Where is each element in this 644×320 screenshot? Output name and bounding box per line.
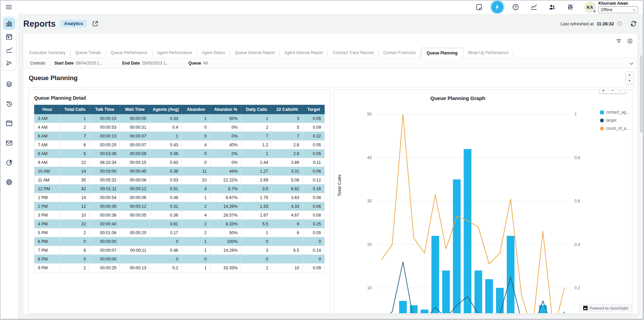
legend-marker (600, 110, 604, 114)
table-cell: 3 (241, 246, 272, 255)
column-header-total-calls[interactable]: Total Calls (60, 105, 90, 114)
table-cell: 4.33 (272, 202, 303, 211)
section-title: Queue Planning (29, 74, 78, 82)
sidebar-item-settings[interactable] (4, 177, 14, 187)
table-cell: 5 (60, 149, 90, 158)
table-row: 3 PM1000:00:3600:00:050.36428.57%1.674.6… (34, 211, 325, 220)
tab-wrap-up-performance[interactable]: Wrap-Up Performance (463, 50, 514, 58)
sidebar-item-pie-chart[interactable] (4, 158, 14, 167)
table-cell: 1 (60, 114, 90, 123)
users-icon[interactable] (546, 1, 558, 13)
column-header-22-calls-hr[interactable]: 22 Calls/Hr (272, 105, 303, 114)
status-select[interactable]: Offline (598, 6, 638, 13)
table-cell: 0.2 (150, 264, 181, 272)
main-content: Reports Analytics Last refreshed at 11:2… (18, 14, 643, 319)
table-cell: 00:00:39 (90, 202, 120, 211)
table-cell: 100% (210, 237, 241, 246)
table-cell: 00:00:54 (90, 193, 120, 202)
filter-icon[interactable] (616, 38, 622, 44)
table-row: 11 AM3500:05:3200:00:060.531022.22%2.695… (34, 176, 325, 184)
legend-item-contact-ag-[interactable]: contact_ag... (600, 109, 629, 115)
control-value: 09/04/2023 1... (76, 61, 103, 66)
scrollbar-track[interactable] (640, 54, 643, 318)
help-icon[interactable]: ? (510, 1, 522, 13)
stepper-down-icon[interactable]: ▼ (626, 78, 633, 84)
table-cell: 11 AM (34, 176, 60, 184)
table-cell: 0.09 (303, 123, 325, 132)
sidebar-item-layers[interactable] (4, 79, 14, 89)
metrics-icon[interactable] (528, 1, 540, 13)
column-header-abandon-[interactable]: Abandon % (210, 105, 241, 114)
column-header-agents-avg-[interactable]: Agents (Avg) (150, 105, 181, 114)
table-cell: 10 (182, 176, 210, 184)
powered-by-text: Powered by QuickSight (590, 306, 628, 310)
tab-executive-summary[interactable]: Executive Summary (25, 50, 71, 58)
column-header-hour[interactable]: Hour (34, 105, 60, 114)
sidebar-item-calendar[interactable] (3, 31, 15, 43)
column-header-talk-time[interactable]: Talk Time (90, 105, 120, 114)
sliders-icon[interactable] (564, 1, 576, 13)
card-actions (616, 38, 633, 44)
tab-contract-trace-record[interactable]: Contract Trace Record (328, 50, 378, 58)
table-cell: 1 (241, 149, 272, 158)
quicksight-logo-icon (583, 306, 588, 310)
legend-marker (600, 119, 604, 122)
control-end-date[interactable]: End Date29/05/2023 1... (122, 61, 169, 66)
external-link-icon[interactable] (92, 20, 99, 27)
table-cell: 0 (182, 123, 210, 132)
info-icon[interactable] (617, 21, 622, 26)
table-cell: 3 (272, 114, 303, 123)
sidebar-item-mail[interactable] (4, 138, 14, 148)
avatar[interactable]: KA (584, 1, 596, 13)
dashboard-card: Executive SummaryQueue TrendsQueue Perfo… (23, 33, 638, 314)
table-cell: 00:00:00 (90, 255, 120, 264)
table-cell: 7 PM (34, 246, 60, 255)
table-cell: 0 (150, 255, 181, 264)
filter-icon[interactable] (610, 90, 615, 92)
scrollbar-thumb[interactable] (640, 55, 642, 133)
export-download-icon[interactable] (627, 38, 633, 44)
notes-icon[interactable] (473, 1, 485, 13)
tab-contact-forensics[interactable]: Contact Forensics (378, 50, 421, 58)
table-cell: 2.8 (272, 141, 303, 149)
tab-agent-performance[interactable]: Agent Performance (152, 50, 197, 58)
tab-agent-status[interactable]: Agent Status (197, 50, 230, 58)
tab-queue-trends[interactable]: Queue Trends (71, 50, 106, 58)
tab-queue-interval-report[interactable]: Queue Interval Report (230, 50, 280, 58)
table-cell: 0 (182, 149, 210, 158)
column-header-abandon[interactable]: Abandon (182, 105, 210, 114)
table-cell: 1 (182, 193, 210, 202)
control-start-date[interactable]: Start Date09/04/2023 1... (54, 61, 103, 66)
table-cell: 1 PM (34, 193, 60, 202)
hamburger-menu-icon[interactable] (4, 3, 13, 11)
controls-collapse-chevron-icon[interactable] (629, 61, 634, 66)
refresh-icon[interactable] (630, 20, 637, 27)
tab-queue-planning[interactable]: Queue Planning (421, 48, 463, 58)
expand-icon[interactable] (602, 90, 607, 92)
sidebar-item-customize[interactable] (3, 57, 15, 69)
tab-queue-performance[interactable]: Queue Performance (106, 50, 152, 58)
table-cell: 4 PM (34, 220, 60, 228)
sidebar-item-history[interactable] (4, 99, 14, 108)
sidebar-item-window[interactable] (4, 119, 14, 128)
table-cell: 6 PM (34, 237, 60, 246)
column-header-wait-time[interactable]: Wait Time (120, 105, 150, 114)
flash-icon[interactable] (491, 1, 503, 13)
sidebar-item-metrics[interactable] (3, 44, 15, 56)
table-cell: 1.2 (241, 141, 272, 149)
tab-agent-interval-report[interactable]: Agent Interval Report (280, 50, 328, 58)
table-cell: 0 (60, 255, 90, 264)
table-cell: 0.14 (303, 246, 325, 255)
status-dot (593, 9, 596, 13)
control-queue[interactable]: QueueAll (189, 61, 208, 66)
kebab-menu-icon[interactable] (618, 90, 623, 92)
stepper-up-icon[interactable]: ▲ (626, 72, 633, 78)
table-cell: 0.4 (150, 123, 181, 132)
legend-item-target[interactable]: target (600, 118, 629, 123)
table-cell: 00:00:07 (120, 132, 150, 141)
column-header-daily-calls[interactable]: Daily Calls (241, 105, 272, 114)
column-header-target[interactable]: Target (303, 105, 325, 114)
table-row: 6 PM000:00:0001100%00 (34, 237, 325, 246)
sidebar-item-reports[interactable] (3, 18, 15, 30)
legend-item-count-of-a-[interactable]: count_of_a... (600, 126, 629, 131)
